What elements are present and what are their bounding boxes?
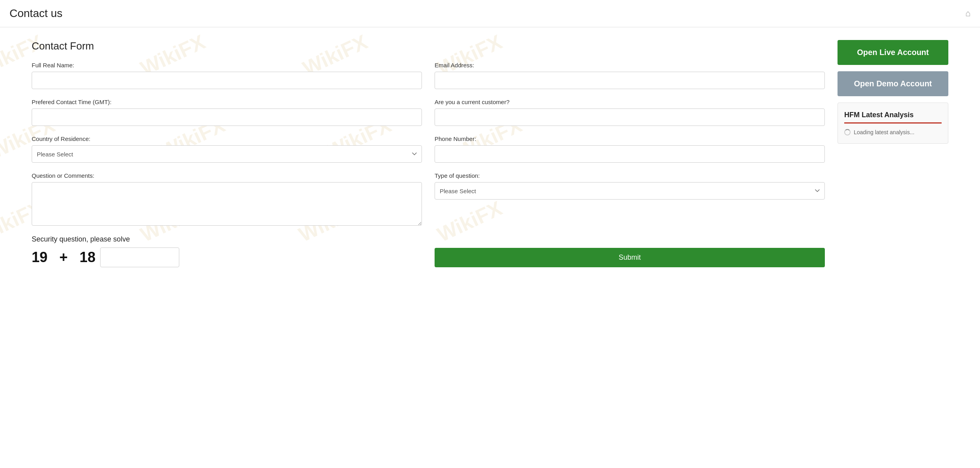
full-name-input[interactable] [32,72,422,89]
email-label: Email Address: [435,62,825,68]
preferred-contact-input[interactable] [32,108,422,126]
country-label: Country of Residence: [32,135,422,142]
phone-label: Phone Number: [435,135,825,142]
form-bottom: Security question, please solve 19 + 18 … [32,235,825,267]
email-group: Email Address: [435,62,825,89]
form-title: Contact Form [32,40,825,52]
loading-spinner-icon [844,129,851,135]
preferred-contact-label: Prefered Contact Time (GMT): [32,99,422,105]
form-section: Contact Form Full Real Name: Email Addre… [32,40,825,267]
page-title: Contact us [9,7,63,20]
type-question-label: Type of question: [435,172,825,179]
current-customer-label: Are you a current customer? [435,99,825,105]
type-question-select[interactable]: Please Select [435,182,825,200]
security-math: 19 + 18 [32,249,95,266]
analysis-title: HFM Latest Analysis [844,111,942,124]
phone-group: Phone Number: [435,135,825,163]
submit-button[interactable]: Submit [435,248,825,267]
question-label: Question or Comments: [32,172,422,179]
country-group: Country of Residence: Please Select [32,135,422,163]
current-customer-group: Are you a current customer? [435,99,825,126]
form-row-3: Country of Residence: Please Select Phon… [32,135,825,163]
security-answer-input[interactable] [100,247,179,267]
main-container: WikiFX WikiFX WikiFX WikiFX WikiFX WikiF… [0,27,980,280]
sidebar: Open Live Account Open Demo Account HFM … [838,40,948,267]
open-live-account-button[interactable]: Open Live Account [838,40,948,65]
current-customer-input[interactable] [435,108,825,126]
full-name-label: Full Real Name: [32,62,422,68]
full-name-group: Full Real Name: [32,62,422,89]
security-row: 19 + 18 [32,247,422,267]
analysis-box: HFM Latest Analysis Loading latest analy… [838,103,948,144]
submit-section: Submit [435,235,825,267]
phone-input[interactable] [435,145,825,163]
country-select[interactable]: Please Select [32,145,422,163]
form-row-4: Question or Comments: Type of question: … [32,172,825,226]
header: Contact us ⌂ [0,0,980,27]
question-textarea[interactable] [32,182,422,226]
open-demo-account-button[interactable]: Open Demo Account [838,71,948,96]
question-group: Question or Comments: [32,172,422,226]
security-section: Security question, please solve 19 + 18 [32,235,422,267]
analysis-loading: Loading latest analysis... [844,129,942,135]
type-question-group: Type of question: Please Select [435,172,825,226]
email-input[interactable] [435,72,825,89]
preferred-contact-group: Prefered Contact Time (GMT): [32,99,422,126]
home-icon[interactable]: ⌂ [965,8,971,19]
security-label: Security question, please solve [32,235,422,244]
analysis-loading-text: Loading latest analysis... [854,129,914,135]
form-row-2: Prefered Contact Time (GMT): Are you a c… [32,99,825,126]
form-row-1: Full Real Name: Email Address: [32,62,825,89]
